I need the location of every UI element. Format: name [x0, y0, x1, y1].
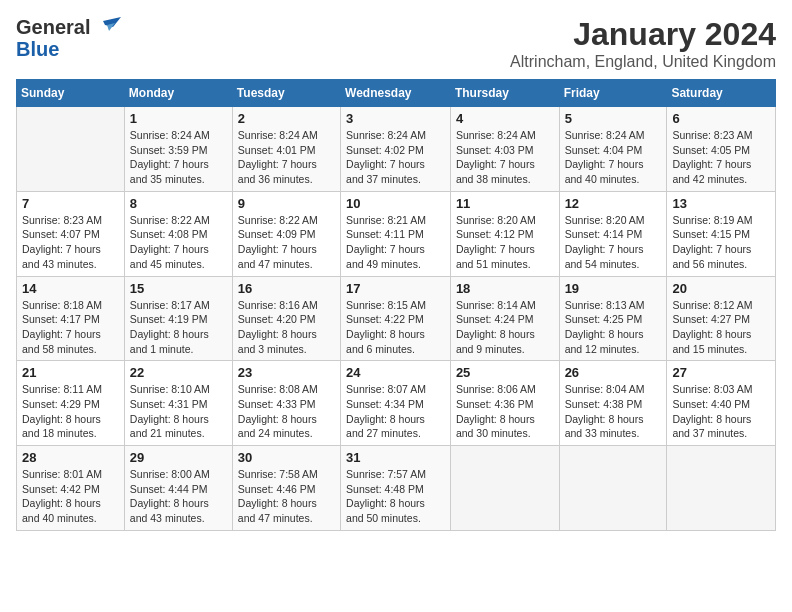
week-row-3: 14Sunrise: 8:18 AMSunset: 4:17 PMDayligh…: [17, 276, 776, 361]
day-detail: Sunrise: 8:22 AMSunset: 4:08 PMDaylight:…: [130, 213, 227, 272]
day-cell: 11Sunrise: 8:20 AMSunset: 4:12 PMDayligh…: [450, 191, 559, 276]
day-cell: [17, 107, 125, 192]
day-number: 25: [456, 365, 554, 380]
day-cell: 31Sunrise: 7:57 AMSunset: 4:48 PMDayligh…: [341, 446, 451, 531]
day-cell: 13Sunrise: 8:19 AMSunset: 4:15 PMDayligh…: [667, 191, 776, 276]
calendar-title: January 2024: [510, 16, 776, 53]
day-number: 10: [346, 196, 445, 211]
day-number: 9: [238, 196, 335, 211]
day-number: 29: [130, 450, 227, 465]
day-number: 3: [346, 111, 445, 126]
day-number: 12: [565, 196, 662, 211]
title-area: January 2024 Altrincham, England, United…: [510, 16, 776, 71]
day-cell: 2Sunrise: 8:24 AMSunset: 4:01 PMDaylight…: [232, 107, 340, 192]
day-number: 22: [130, 365, 227, 380]
day-cell: 23Sunrise: 8:08 AMSunset: 4:33 PMDayligh…: [232, 361, 340, 446]
day-number: 28: [22, 450, 119, 465]
calendar-table: SundayMondayTuesdayWednesdayThursdayFrid…: [16, 79, 776, 531]
logo-blue: Blue: [16, 38, 59, 60]
day-cell: 6Sunrise: 8:23 AMSunset: 4:05 PMDaylight…: [667, 107, 776, 192]
day-number: 4: [456, 111, 554, 126]
day-detail: Sunrise: 8:04 AMSunset: 4:38 PMDaylight:…: [565, 382, 662, 441]
day-detail: Sunrise: 8:03 AMSunset: 4:40 PMDaylight:…: [672, 382, 770, 441]
header-cell-friday: Friday: [559, 80, 667, 107]
day-number: 6: [672, 111, 770, 126]
day-number: 19: [565, 281, 662, 296]
day-detail: Sunrise: 8:10 AMSunset: 4:31 PMDaylight:…: [130, 382, 227, 441]
day-cell: 30Sunrise: 7:58 AMSunset: 4:46 PMDayligh…: [232, 446, 340, 531]
day-number: 21: [22, 365, 119, 380]
day-detail: Sunrise: 8:23 AMSunset: 4:07 PMDaylight:…: [22, 213, 119, 272]
logo-general: General: [16, 16, 90, 38]
day-cell: 10Sunrise: 8:21 AMSunset: 4:11 PMDayligh…: [341, 191, 451, 276]
day-cell: 21Sunrise: 8:11 AMSunset: 4:29 PMDayligh…: [17, 361, 125, 446]
day-detail: Sunrise: 8:00 AMSunset: 4:44 PMDaylight:…: [130, 467, 227, 526]
day-cell: 18Sunrise: 8:14 AMSunset: 4:24 PMDayligh…: [450, 276, 559, 361]
day-cell: 8Sunrise: 8:22 AMSunset: 4:08 PMDaylight…: [124, 191, 232, 276]
week-row-5: 28Sunrise: 8:01 AMSunset: 4:42 PMDayligh…: [17, 446, 776, 531]
day-number: 18: [456, 281, 554, 296]
day-detail: Sunrise: 8:15 AMSunset: 4:22 PMDaylight:…: [346, 298, 445, 357]
day-number: 30: [238, 450, 335, 465]
calendar-subtitle: Altrincham, England, United Kingdom: [510, 53, 776, 71]
day-detail: Sunrise: 8:22 AMSunset: 4:09 PMDaylight:…: [238, 213, 335, 272]
day-number: 7: [22, 196, 119, 211]
logo-bird-icon: [93, 17, 121, 37]
day-cell: 29Sunrise: 8:00 AMSunset: 4:44 PMDayligh…: [124, 446, 232, 531]
day-detail: Sunrise: 8:24 AMSunset: 4:03 PMDaylight:…: [456, 128, 554, 187]
header: General Blue January 2024 Altrincham, En…: [16, 16, 776, 71]
day-detail: Sunrise: 8:06 AMSunset: 4:36 PMDaylight:…: [456, 382, 554, 441]
day-detail: Sunrise: 8:20 AMSunset: 4:14 PMDaylight:…: [565, 213, 662, 272]
header-cell-monday: Monday: [124, 80, 232, 107]
day-detail: Sunrise: 8:16 AMSunset: 4:20 PMDaylight:…: [238, 298, 335, 357]
day-number: 27: [672, 365, 770, 380]
header-cell-saturday: Saturday: [667, 80, 776, 107]
day-cell: [559, 446, 667, 531]
day-number: 13: [672, 196, 770, 211]
day-number: 31: [346, 450, 445, 465]
day-cell: 26Sunrise: 8:04 AMSunset: 4:38 PMDayligh…: [559, 361, 667, 446]
day-number: 23: [238, 365, 335, 380]
day-cell: 22Sunrise: 8:10 AMSunset: 4:31 PMDayligh…: [124, 361, 232, 446]
day-detail: Sunrise: 8:24 AMSunset: 4:04 PMDaylight:…: [565, 128, 662, 187]
day-detail: Sunrise: 8:01 AMSunset: 4:42 PMDaylight:…: [22, 467, 119, 526]
day-detail: Sunrise: 8:21 AMSunset: 4:11 PMDaylight:…: [346, 213, 445, 272]
day-cell: 3Sunrise: 8:24 AMSunset: 4:02 PMDaylight…: [341, 107, 451, 192]
day-cell: 12Sunrise: 8:20 AMSunset: 4:14 PMDayligh…: [559, 191, 667, 276]
day-detail: Sunrise: 8:08 AMSunset: 4:33 PMDaylight:…: [238, 382, 335, 441]
day-number: 1: [130, 111, 227, 126]
day-detail: Sunrise: 8:14 AMSunset: 4:24 PMDaylight:…: [456, 298, 554, 357]
day-number: 15: [130, 281, 227, 296]
day-cell: 27Sunrise: 8:03 AMSunset: 4:40 PMDayligh…: [667, 361, 776, 446]
day-number: 16: [238, 281, 335, 296]
day-cell: 7Sunrise: 8:23 AMSunset: 4:07 PMDaylight…: [17, 191, 125, 276]
day-detail: Sunrise: 8:17 AMSunset: 4:19 PMDaylight:…: [130, 298, 227, 357]
day-detail: Sunrise: 8:18 AMSunset: 4:17 PMDaylight:…: [22, 298, 119, 357]
day-number: 17: [346, 281, 445, 296]
day-detail: Sunrise: 8:23 AMSunset: 4:05 PMDaylight:…: [672, 128, 770, 187]
day-detail: Sunrise: 8:13 AMSunset: 4:25 PMDaylight:…: [565, 298, 662, 357]
day-cell: [450, 446, 559, 531]
day-cell: 5Sunrise: 8:24 AMSunset: 4:04 PMDaylight…: [559, 107, 667, 192]
header-cell-thursday: Thursday: [450, 80, 559, 107]
day-detail: Sunrise: 8:20 AMSunset: 4:12 PMDaylight:…: [456, 213, 554, 272]
header-cell-tuesday: Tuesday: [232, 80, 340, 107]
day-number: 24: [346, 365, 445, 380]
day-cell: 20Sunrise: 8:12 AMSunset: 4:27 PMDayligh…: [667, 276, 776, 361]
week-row-1: 1Sunrise: 8:24 AMSunset: 3:59 PMDaylight…: [17, 107, 776, 192]
day-detail: Sunrise: 8:12 AMSunset: 4:27 PMDaylight:…: [672, 298, 770, 357]
day-detail: Sunrise: 8:24 AMSunset: 3:59 PMDaylight:…: [130, 128, 227, 187]
day-cell: 17Sunrise: 8:15 AMSunset: 4:22 PMDayligh…: [341, 276, 451, 361]
day-cell: 4Sunrise: 8:24 AMSunset: 4:03 PMDaylight…: [450, 107, 559, 192]
day-cell: 16Sunrise: 8:16 AMSunset: 4:20 PMDayligh…: [232, 276, 340, 361]
day-detail: Sunrise: 7:58 AMSunset: 4:46 PMDaylight:…: [238, 467, 335, 526]
day-number: 11: [456, 196, 554, 211]
day-number: 5: [565, 111, 662, 126]
week-row-2: 7Sunrise: 8:23 AMSunset: 4:07 PMDaylight…: [17, 191, 776, 276]
day-number: 2: [238, 111, 335, 126]
day-number: 26: [565, 365, 662, 380]
logo: General Blue: [16, 16, 121, 60]
day-detail: Sunrise: 8:24 AMSunset: 4:02 PMDaylight:…: [346, 128, 445, 187]
day-cell: 24Sunrise: 8:07 AMSunset: 4:34 PMDayligh…: [341, 361, 451, 446]
day-number: 20: [672, 281, 770, 296]
